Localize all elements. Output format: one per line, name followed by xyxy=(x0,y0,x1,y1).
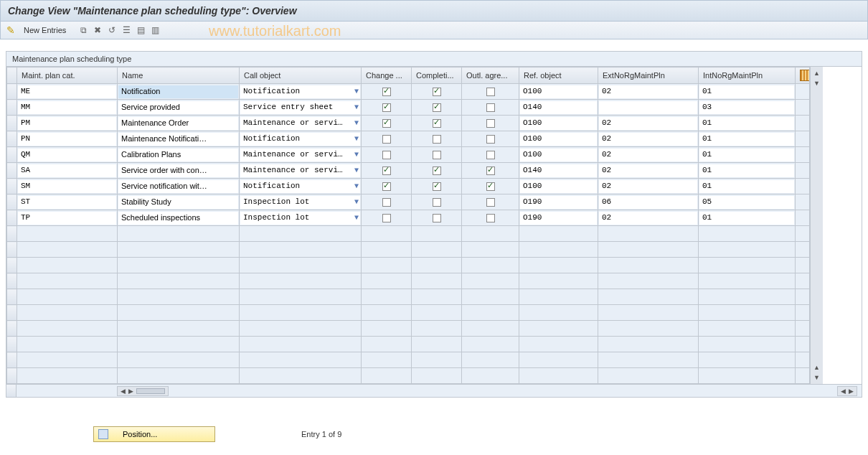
checkbox[interactable] xyxy=(486,88,495,96)
checkbox[interactable] xyxy=(433,166,441,175)
vertical-scrollbar[interactable]: ▲ ▼ ▲ ▼ xyxy=(810,67,823,384)
call-object-dropdown[interactable]: Inspection lot▼ xyxy=(240,196,360,209)
ref-object-input[interactable]: O100 xyxy=(520,149,597,161)
ref-object-input[interactable]: O100 xyxy=(520,180,597,193)
outline-cell[interactable] xyxy=(462,84,519,100)
chevron-down-icon[interactable]: ▼ xyxy=(354,103,359,111)
delete-icon[interactable]: ✖ xyxy=(92,24,103,36)
change-cell[interactable] xyxy=(362,131,412,147)
checkbox[interactable] xyxy=(382,119,391,128)
chevron-down-icon[interactable]: ▼ xyxy=(354,198,359,206)
outline-cell[interactable] xyxy=(462,147,519,163)
call-object-dropdown[interactable]: Inspection lot▼ xyxy=(240,212,360,225)
name-input[interactable]: Service provided xyxy=(118,101,238,114)
ext-no-input[interactable]: 02 xyxy=(599,164,697,177)
plan-cat-input[interactable]: ST xyxy=(18,196,116,209)
int-no-input[interactable]: 03 xyxy=(699,101,794,114)
completion-cell[interactable] xyxy=(412,131,462,147)
row-selector[interactable] xyxy=(7,352,17,368)
select-all-icon[interactable]: ☰ xyxy=(121,24,132,36)
chevron-down-icon[interactable]: ▼ xyxy=(354,135,359,143)
call-object-dropdown[interactable]: Maintenance or servi…▼ xyxy=(240,149,360,161)
outline-cell[interactable] xyxy=(462,131,519,147)
int-no-input[interactable]: 01 xyxy=(699,85,794,98)
plan-cat-input[interactable]: PM xyxy=(18,117,116,130)
checkbox[interactable] xyxy=(382,151,391,159)
completion-cell[interactable] xyxy=(412,84,462,100)
scroll-down2-icon[interactable]: ▼ xyxy=(813,374,820,381)
change-cell[interactable] xyxy=(362,84,412,100)
ext-no-input[interactable] xyxy=(599,101,697,114)
plan-cat-input[interactable]: SM xyxy=(18,180,116,193)
ext-no-input[interactable]: 02 xyxy=(599,117,697,130)
plan-cat-input[interactable]: PN xyxy=(18,133,116,146)
chevron-down-icon[interactable]: ▼ xyxy=(354,119,359,127)
outline-cell[interactable] xyxy=(462,179,519,194)
ref-object-input[interactable]: O190 xyxy=(520,212,597,225)
checkbox[interactable] xyxy=(433,182,441,191)
col-ext-no[interactable]: ExtNoRgMaintPln xyxy=(598,67,699,84)
hscroll-thumb[interactable] xyxy=(136,388,165,394)
call-object-dropdown[interactable]: Notification▼ xyxy=(240,133,360,146)
chevron-down-icon[interactable]: ▼ xyxy=(354,182,359,190)
checkbox[interactable] xyxy=(433,135,441,144)
checkbox[interactable] xyxy=(486,182,495,191)
name-input[interactable]: Notification xyxy=(118,85,238,98)
int-no-input[interactable]: 01 xyxy=(699,180,794,193)
ext-no-input[interactable]: 02 xyxy=(599,180,697,193)
checkbox[interactable] xyxy=(433,103,441,112)
hscroll-right-icon[interactable]: ▶ xyxy=(128,388,133,395)
completion-cell[interactable] xyxy=(412,194,462,210)
col-call-object[interactable]: Call object xyxy=(240,67,362,84)
position-button[interactable]: Position... xyxy=(93,426,215,442)
checkbox[interactable] xyxy=(486,151,495,159)
outline-cell[interactable] xyxy=(462,194,519,210)
outline-cell[interactable] xyxy=(462,100,519,116)
select-block-icon[interactable]: ▤ xyxy=(135,24,146,36)
checkbox[interactable] xyxy=(382,103,391,112)
undo-icon[interactable]: ↺ xyxy=(106,24,118,36)
chevron-down-icon[interactable]: ▼ xyxy=(354,214,359,222)
int-no-input[interactable]: 05 xyxy=(699,196,794,209)
completion-cell[interactable] xyxy=(412,147,462,163)
col-name[interactable]: Name xyxy=(118,67,240,84)
int-no-input[interactable]: 01 xyxy=(699,117,794,130)
completion-cell[interactable] xyxy=(412,210,462,226)
outline-cell[interactable] xyxy=(462,210,519,226)
row-selector[interactable] xyxy=(7,147,17,163)
change-cell[interactable] xyxy=(362,100,412,116)
chevron-down-icon[interactable]: ▼ xyxy=(354,151,359,159)
change-cell[interactable] xyxy=(362,194,412,210)
row-selector[interactable] xyxy=(7,273,17,289)
scroll-down-icon[interactable]: ▼ xyxy=(813,80,820,87)
col-completion[interactable]: Completi... xyxy=(412,67,462,84)
checkbox[interactable] xyxy=(382,88,391,96)
ext-no-input[interactable]: 02 xyxy=(599,85,697,98)
checkbox[interactable] xyxy=(382,182,391,191)
call-object-dropdown[interactable]: Maintenance or servi…▼ xyxy=(240,117,360,130)
name-input[interactable]: Stability Study xyxy=(118,196,238,209)
row-selector[interactable] xyxy=(7,368,17,384)
scroll-up2-icon[interactable]: ▲ xyxy=(813,364,820,371)
int-no-input[interactable]: 01 xyxy=(699,164,794,177)
change-cell[interactable] xyxy=(362,116,412,131)
change-cell[interactable] xyxy=(362,210,412,226)
change-cell[interactable] xyxy=(362,147,412,163)
row-selector[interactable] xyxy=(7,321,17,337)
col-plan-cat[interactable]: Maint. plan cat. xyxy=(17,67,118,84)
chevron-down-icon[interactable]: ▼ xyxy=(354,88,359,95)
ext-no-input[interactable]: 02 xyxy=(599,133,697,146)
col-change[interactable]: Change ... xyxy=(362,67,412,84)
checkbox[interactable] xyxy=(486,119,495,128)
completion-cell[interactable] xyxy=(412,116,462,131)
name-input[interactable]: Service order with con… xyxy=(118,164,238,177)
plan-cat-input[interactable]: SA xyxy=(18,164,116,177)
row-selector[interactable] xyxy=(7,289,17,305)
checkbox[interactable] xyxy=(382,214,391,222)
row-selector-header[interactable] xyxy=(7,67,17,84)
plan-cat-input[interactable]: QM xyxy=(18,149,116,161)
row-selector[interactable] xyxy=(7,258,17,273)
ref-object-input[interactable]: O100 xyxy=(520,85,597,98)
change-cell[interactable] xyxy=(362,179,412,194)
ref-object-input[interactable]: O190 xyxy=(520,196,597,209)
